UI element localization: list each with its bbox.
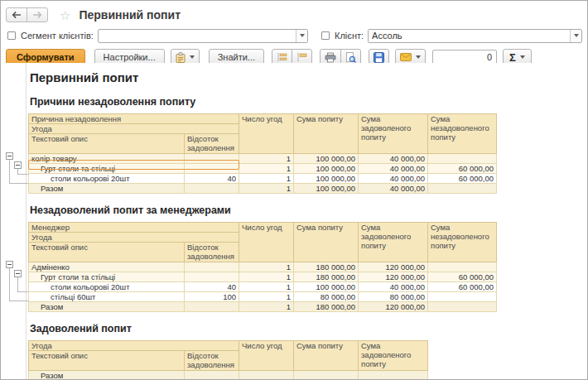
- group-tree-line: [17, 174, 28, 175]
- cell-unsatisfied[interactable]: 60 000,00: [428, 174, 497, 184]
- cell-label[interactable]: Гурт столи та стільці: [29, 164, 185, 174]
- cell-deals[interactable]: 1: [239, 184, 294, 194]
- cell-percent[interactable]: [185, 154, 239, 164]
- chevron-down-icon: [300, 34, 305, 37]
- cell-deals[interactable]: 1: [239, 164, 294, 174]
- arrow-right-icon: [32, 11, 42, 19]
- table-unsatisfaction-reasons: Причина незадоволення Число угод Сума по…: [28, 113, 587, 194]
- segment-combobox[interactable]: [98, 29, 308, 43]
- cell-deals[interactable]: 1: [239, 272, 294, 282]
- cell-unsatisfied[interactable]: 60 000,00: [428, 164, 497, 174]
- cell-deals[interactable]: 1: [239, 154, 294, 164]
- cell-unsatisfied[interactable]: 60 000,00: [428, 282, 497, 292]
- cell-satisfied[interactable]: 40 000,00: [359, 184, 428, 194]
- cell-label[interactable]: колір товару: [29, 154, 185, 164]
- cell-satisfied[interactable]: 80 000,00: [359, 292, 428, 302]
- cell-label[interactable]: Разом: [29, 302, 185, 312]
- cell-demand[interactable]: 80 000,00: [294, 292, 359, 302]
- cell-label[interactable]: столи кольорові 20шт: [29, 282, 185, 292]
- nav-back-button[interactable]: [6, 7, 27, 22]
- cell-label[interactable]: стільці 60шт: [29, 292, 185, 302]
- cell-unsatisfied[interactable]: [428, 154, 497, 164]
- cell-unsatisfied[interactable]: 60 000,00: [428, 272, 497, 282]
- cell-demand[interactable]: 100 000,00: [294, 174, 359, 184]
- cell-demand[interactable]: 180 000,00: [294, 302, 359, 312]
- collapse-group-icon[interactable]: [6, 152, 13, 160]
- cell-satisfied[interactable]: 120 000,00: [359, 272, 428, 282]
- header-cell: Текстовий опис: [29, 351, 185, 371]
- cell-satisfied[interactable]: 120 000,00: [359, 302, 428, 312]
- cell-unsatisfied[interactable]: [428, 184, 497, 194]
- filter-bar: Сегмент клієнтів: Клієнт:: [7, 28, 582, 43]
- cell-percent[interactable]: 100: [185, 292, 239, 302]
- cell-satisfied[interactable]: 120 000,00: [359, 262, 428, 272]
- cell-deals[interactable]: 1: [239, 282, 294, 292]
- cell-demand[interactable]: 180 000,00: [294, 262, 359, 272]
- chevron-down-icon: [416, 55, 421, 59]
- cell-deals[interactable]: 1: [239, 302, 294, 312]
- printer-icon: [325, 52, 336, 63]
- table-row: столи кольорові 20шт 40 1 100 000,00 40 …: [29, 174, 497, 184]
- group-tree-line: [17, 277, 18, 292]
- cell-satisfied[interactable]: [359, 371, 428, 380]
- header-cell: Відсоток задоволення: [185, 243, 239, 262]
- cell-demand[interactable]: 100 000,00: [294, 164, 359, 174]
- save-icon: [374, 52, 384, 63]
- cell-label[interactable]: Разом: [29, 184, 185, 194]
- client-input[interactable]: [369, 30, 570, 42]
- cell-percent[interactable]: [185, 272, 239, 282]
- cell-satisfied[interactable]: 40 000,00: [359, 282, 428, 292]
- favorites-star-icon[interactable]: ☆: [60, 9, 70, 22]
- cell-demand[interactable]: 100 000,00: [294, 184, 359, 194]
- cell-demand[interactable]: [294, 371, 359, 380]
- header-cell: Відсоток задоволення: [185, 351, 239, 371]
- cell-unsatisfied[interactable]: [428, 262, 497, 272]
- cell-satisfied[interactable]: 40 000,00: [359, 164, 428, 174]
- header-cell: Сума задоволеного попиту: [359, 114, 428, 154]
- header-cell: Сума попиту: [294, 114, 359, 154]
- segment-dropdown-button[interactable]: [296, 30, 307, 42]
- collapse-group-icon[interactable]: [14, 270, 22, 277]
- chevron-down-icon: [190, 55, 195, 59]
- cell-percent[interactable]: [185, 184, 239, 194]
- cell-deals[interactable]: 1: [239, 262, 294, 272]
- cell-demand[interactable]: 180 000,00: [294, 272, 359, 282]
- envelope-icon: [400, 53, 412, 61]
- client-label: Клієнт:: [335, 31, 364, 41]
- cell-unsatisfied[interactable]: [428, 292, 497, 302]
- header-cell: Відсоток задоволення: [185, 134, 239, 154]
- header-cell: Сума задоволеного попиту: [359, 341, 428, 371]
- preview-icon: [345, 52, 356, 63]
- cell-label[interactable]: Разом: [29, 371, 185, 380]
- client-dropdown-button[interactable]: [570, 30, 581, 42]
- cell-percent[interactable]: 40: [185, 282, 239, 292]
- cell-percent[interactable]: [185, 262, 239, 272]
- cell-deals[interactable]: [239, 371, 294, 380]
- cell-percent[interactable]: [185, 371, 239, 380]
- header-cell: Угода: [29, 341, 239, 351]
- segment-input[interactable]: [99, 30, 296, 42]
- cell-satisfied[interactable]: 40 000,00: [359, 154, 428, 164]
- cell-demand[interactable]: 100 000,00: [294, 282, 359, 292]
- header-cell: Сума попиту: [294, 223, 359, 262]
- cell-demand[interactable]: 100 000,00: [294, 154, 359, 164]
- nav-forward-button[interactable]: [27, 7, 48, 22]
- section-heading-satisfied: Задоволений попит: [30, 323, 587, 334]
- cell-deals[interactable]: 1: [239, 292, 294, 302]
- cell-percent[interactable]: 40: [185, 174, 239, 184]
- cell-percent[interactable]: [185, 164, 239, 174]
- cell-label[interactable]: Гурт столи та стільці: [29, 272, 185, 282]
- header-cell: Число угод: [239, 114, 294, 154]
- client-checkbox[interactable]: [321, 31, 330, 40]
- segment-checkbox[interactable]: [7, 31, 16, 40]
- cell-unsatisfied[interactable]: [428, 302, 497, 312]
- cell-label[interactable]: столи кольорові 20шт: [29, 174, 185, 184]
- client-combobox[interactable]: [368, 29, 582, 43]
- cell-percent[interactable]: [185, 302, 239, 312]
- cell-satisfied[interactable]: 40 000,00: [359, 174, 428, 184]
- header-cell: Сума незадоволеного попиту: [428, 114, 497, 154]
- collapse-group-icon[interactable]: [6, 261, 13, 268]
- collapse-group-icon[interactable]: [14, 161, 22, 169]
- cell-deals[interactable]: 1: [239, 174, 294, 184]
- cell-label[interactable]: Адміненко: [29, 262, 185, 272]
